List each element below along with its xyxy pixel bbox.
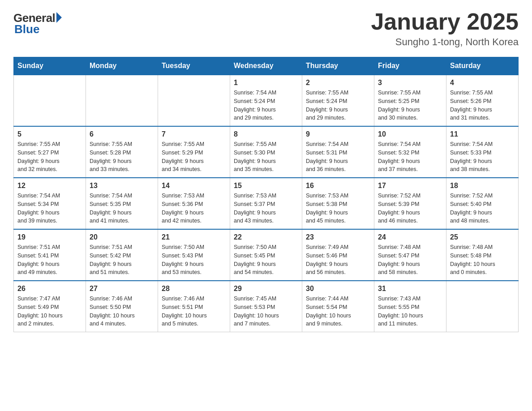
calendar-cell: 8Sunrise: 7:55 AM Sunset: 5:30 PM Daylig… [230, 126, 302, 178]
month-title: January 2025 [371, 9, 519, 34]
calendar-week-row: 5Sunrise: 7:55 AM Sunset: 5:27 PM Daylig… [14, 126, 519, 178]
calendar-cell [14, 75, 86, 126]
day-info: Sunrise: 7:55 AM Sunset: 5:26 PM Dayligh… [450, 89, 515, 122]
calendar-cell: 17Sunrise: 7:52 AM Sunset: 5:39 PM Dayli… [374, 178, 446, 229]
day-info: Sunrise: 7:55 AM Sunset: 5:24 PM Dayligh… [306, 89, 370, 122]
calendar-cell: 21Sunrise: 7:50 AM Sunset: 5:43 PM Dayli… [158, 229, 230, 281]
title-block: January 2025 Sungho 1-tong, North Korea [371, 9, 519, 48]
day-info: Sunrise: 7:54 AM Sunset: 5:32 PM Dayligh… [378, 140, 442, 174]
day-info: Sunrise: 7:54 AM Sunset: 5:35 PM Dayligh… [90, 192, 154, 225]
day-number: 31 [378, 285, 442, 293]
calendar-cell: 9Sunrise: 7:54 AM Sunset: 5:31 PM Daylig… [302, 126, 374, 178]
day-number: 2 [306, 79, 370, 87]
day-info: Sunrise: 7:46 AM Sunset: 5:51 PM Dayligh… [162, 295, 226, 328]
calendar-cell: 3Sunrise: 7:55 AM Sunset: 5:25 PM Daylig… [374, 75, 446, 126]
day-number: 26 [17, 285, 82, 293]
day-number: 27 [90, 285, 154, 293]
calendar-cell: 2Sunrise: 7:55 AM Sunset: 5:24 PM Daylig… [302, 75, 374, 126]
day-number: 30 [306, 285, 370, 293]
calendar-week-row: 19Sunrise: 7:51 AM Sunset: 5:41 PM Dayli… [14, 229, 519, 281]
day-number: 6 [90, 130, 154, 138]
calendar-table: SundayMondayTuesdayWednesdayThursdayFrid… [13, 57, 519, 332]
day-number: 29 [234, 285, 298, 293]
day-info: Sunrise: 7:55 AM Sunset: 5:25 PM Dayligh… [378, 89, 442, 122]
calendar-cell: 5Sunrise: 7:55 AM Sunset: 5:27 PM Daylig… [14, 126, 86, 178]
calendar-cell: 23Sunrise: 7:49 AM Sunset: 5:46 PM Dayli… [302, 229, 374, 281]
weekday-header-wednesday: Wednesday [230, 57, 302, 75]
day-info: Sunrise: 7:51 AM Sunset: 5:42 PM Dayligh… [90, 243, 154, 277]
calendar-cell: 22Sunrise: 7:50 AM Sunset: 5:45 PM Dayli… [230, 229, 302, 281]
day-info: Sunrise: 7:47 AM Sunset: 5:49 PM Dayligh… [17, 295, 82, 328]
day-info: Sunrise: 7:52 AM Sunset: 5:40 PM Dayligh… [450, 192, 515, 225]
day-info: Sunrise: 7:53 AM Sunset: 5:38 PM Dayligh… [306, 192, 370, 225]
day-number: 7 [162, 130, 226, 138]
calendar-cell: 11Sunrise: 7:54 AM Sunset: 5:33 PM Dayli… [446, 126, 519, 178]
calendar-header-row: SundayMondayTuesdayWednesdayThursdayFrid… [14, 57, 519, 75]
day-info: Sunrise: 7:45 AM Sunset: 5:53 PM Dayligh… [234, 295, 298, 328]
calendar-cell: 20Sunrise: 7:51 AM Sunset: 5:42 PM Dayli… [86, 229, 158, 281]
calendar-cell: 13Sunrise: 7:54 AM Sunset: 5:35 PM Dayli… [86, 178, 158, 229]
day-number: 16 [306, 182, 370, 190]
day-info: Sunrise: 7:48 AM Sunset: 5:47 PM Dayligh… [378, 243, 442, 277]
calendar-cell: 30Sunrise: 7:44 AM Sunset: 5:54 PM Dayli… [302, 281, 374, 332]
day-info: Sunrise: 7:54 AM Sunset: 5:33 PM Dayligh… [450, 140, 515, 174]
day-info: Sunrise: 7:53 AM Sunset: 5:36 PM Dayligh… [162, 192, 226, 225]
calendar-cell [446, 281, 519, 332]
day-info: Sunrise: 7:49 AM Sunset: 5:46 PM Dayligh… [306, 243, 370, 277]
day-info: Sunrise: 7:53 AM Sunset: 5:37 PM Dayligh… [234, 192, 298, 225]
day-number: 19 [17, 233, 82, 241]
calendar-cell: 10Sunrise: 7:54 AM Sunset: 5:32 PM Dayli… [374, 126, 446, 178]
calendar-cell: 1Sunrise: 7:54 AM Sunset: 5:24 PM Daylig… [230, 75, 302, 126]
day-number: 4 [450, 79, 515, 87]
day-number: 13 [90, 182, 154, 190]
calendar-cell: 15Sunrise: 7:53 AM Sunset: 5:37 PM Dayli… [230, 178, 302, 229]
day-number: 28 [162, 285, 226, 293]
calendar-cell [158, 75, 230, 126]
calendar-cell: 25Sunrise: 7:48 AM Sunset: 5:48 PM Dayli… [446, 229, 519, 281]
logo-arrow-icon [56, 12, 62, 23]
calendar-cell: 12Sunrise: 7:54 AM Sunset: 5:34 PM Dayli… [14, 178, 86, 229]
calendar-cell: 24Sunrise: 7:48 AM Sunset: 5:47 PM Dayli… [374, 229, 446, 281]
calendar-cell: 4Sunrise: 7:55 AM Sunset: 5:26 PM Daylig… [446, 75, 519, 126]
day-info: Sunrise: 7:55 AM Sunset: 5:30 PM Dayligh… [234, 140, 298, 174]
day-info: Sunrise: 7:54 AM Sunset: 5:24 PM Dayligh… [234, 89, 298, 122]
weekday-header-saturday: Saturday [446, 57, 519, 75]
calendar-cell: 31Sunrise: 7:43 AM Sunset: 5:55 PM Dayli… [374, 281, 446, 332]
page-header: General Blue January 2025 Sungho 1-tong,… [13, 9, 519, 48]
calendar-cell: 14Sunrise: 7:53 AM Sunset: 5:36 PM Dayli… [158, 178, 230, 229]
day-number: 12 [17, 182, 82, 190]
calendar-cell: 27Sunrise: 7:46 AM Sunset: 5:50 PM Dayli… [86, 281, 158, 332]
day-info: Sunrise: 7:55 AM Sunset: 5:29 PM Dayligh… [162, 140, 226, 174]
day-info: Sunrise: 7:44 AM Sunset: 5:54 PM Dayligh… [306, 295, 370, 328]
weekday-header-thursday: Thursday [302, 57, 374, 75]
day-number: 18 [450, 182, 515, 190]
day-info: Sunrise: 7:43 AM Sunset: 5:55 PM Dayligh… [378, 295, 442, 328]
day-info: Sunrise: 7:55 AM Sunset: 5:27 PM Dayligh… [17, 140, 82, 174]
day-number: 15 [234, 182, 298, 190]
day-number: 1 [234, 79, 298, 87]
location-text: Sungho 1-tong, North Korea [371, 36, 519, 48]
day-info: Sunrise: 7:51 AM Sunset: 5:41 PM Dayligh… [17, 243, 82, 277]
day-info: Sunrise: 7:48 AM Sunset: 5:48 PM Dayligh… [450, 243, 515, 277]
calendar-cell: 29Sunrise: 7:45 AM Sunset: 5:53 PM Dayli… [230, 281, 302, 332]
day-number: 22 [234, 233, 298, 241]
day-number: 10 [378, 130, 442, 138]
weekday-header-monday: Monday [86, 57, 158, 75]
day-number: 21 [162, 233, 226, 241]
day-number: 14 [162, 182, 226, 190]
day-number: 3 [378, 79, 442, 87]
calendar-cell: 28Sunrise: 7:46 AM Sunset: 5:51 PM Dayli… [158, 281, 230, 332]
day-number: 20 [90, 233, 154, 241]
calendar-week-row: 12Sunrise: 7:54 AM Sunset: 5:34 PM Dayli… [14, 178, 519, 229]
day-info: Sunrise: 7:52 AM Sunset: 5:39 PM Dayligh… [378, 192, 442, 225]
day-info: Sunrise: 7:50 AM Sunset: 5:43 PM Dayligh… [162, 243, 226, 277]
weekday-header-friday: Friday [374, 57, 446, 75]
day-number: 11 [450, 130, 515, 138]
day-number: 8 [234, 130, 298, 138]
calendar-week-row: 26Sunrise: 7:47 AM Sunset: 5:49 PM Dayli… [14, 281, 519, 332]
day-info: Sunrise: 7:46 AM Sunset: 5:50 PM Dayligh… [90, 295, 154, 328]
calendar-week-row: 1Sunrise: 7:54 AM Sunset: 5:24 PM Daylig… [14, 75, 519, 126]
day-info: Sunrise: 7:55 AM Sunset: 5:28 PM Dayligh… [90, 140, 154, 174]
day-number: 23 [306, 233, 370, 241]
day-info: Sunrise: 7:54 AM Sunset: 5:31 PM Dayligh… [306, 140, 370, 174]
